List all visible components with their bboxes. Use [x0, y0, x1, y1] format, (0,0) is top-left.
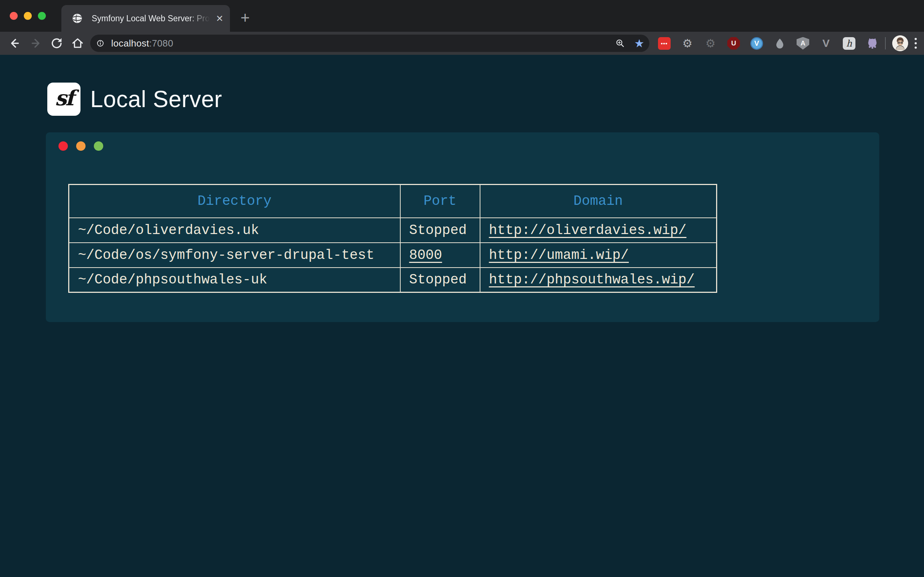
port-status: Stopped: [400, 268, 480, 292]
table-row: ~/Code/phpsouthwales-uk Stopped http://p…: [69, 268, 717, 292]
hypothesis-extension-icon[interactable]: h: [843, 37, 855, 50]
reload-icon: [48, 35, 65, 52]
page-title: Local Server: [90, 86, 222, 113]
domain-link[interactable]: http://umami.wip/: [489, 247, 629, 263]
table-row: ~/Code/oliverdavies.uk Stopped http://ol…: [69, 218, 717, 243]
window-zoom-button[interactable]: [38, 12, 46, 20]
reload-button[interactable]: [46, 33, 67, 54]
panel-traffic-dots: [58, 141, 103, 151]
directory-cell: ~/Code/oliverdavies.uk: [69, 218, 400, 243]
table-row: ~/Code/os/symfony-server-drupal-test 800…: [69, 243, 717, 268]
vimium-extension-icon[interactable]: V: [750, 37, 763, 50]
directory-cell: ~/Code/os/symfony-server-drupal-test: [69, 243, 400, 268]
panel-dot-orange-icon: [76, 141, 86, 151]
column-header-domain: Domain: [480, 185, 717, 218]
gear-extension-icon[interactable]: ⚙: [681, 37, 694, 50]
column-header-directory: Directory: [69, 185, 400, 218]
browser-toolbar: localhost:7080 ★ ••• ⚙ ⚙ U V A V h: [0, 32, 924, 55]
column-header-port: Port: [400, 185, 480, 218]
symfony-logo: sf: [47, 82, 81, 116]
forward-arrow-icon: [27, 35, 44, 52]
menu-dot: [914, 42, 917, 44]
back-arrow-icon: [6, 35, 23, 52]
gear-dim-extension-icon[interactable]: ⚙: [704, 37, 717, 50]
chrome-menu-button[interactable]: [914, 38, 917, 49]
panel-dot-red-icon: [58, 141, 68, 151]
home-button[interactable]: [67, 33, 88, 54]
symfony-logo-glyph: sf: [55, 86, 73, 113]
directory-cell: ~/Code/phpsouthwales-uk: [69, 268, 400, 292]
tab-strip: Symfony Local Web Server: Prox ✕ +: [0, 0, 924, 32]
window-close-button[interactable]: [10, 12, 18, 20]
site-info-icon[interactable]: [95, 37, 106, 49]
profile-avatar[interactable]: [892, 35, 908, 51]
new-tab-button[interactable]: +: [235, 9, 255, 28]
address-bar[interactable]: localhost:7080 ★: [90, 35, 649, 52]
ublock-origin-extension-icon[interactable]: U: [727, 37, 740, 50]
github-octocat-extension-icon[interactable]: [866, 37, 879, 50]
port-status: Stopped: [400, 218, 480, 243]
menu-dot: [914, 47, 917, 49]
url-port: :7080: [149, 38, 173, 49]
menu-dot: [914, 38, 917, 40]
brand-header: sf Local Server: [47, 82, 222, 116]
server-panel: Directory Port Domain ~/Code/oliverdavie…: [46, 132, 879, 322]
toolbar-separator: [885, 37, 886, 49]
browser-tab[interactable]: Symfony Local Web Server: Prox ✕: [61, 5, 230, 32]
panel-dot-green-icon: [94, 141, 103, 151]
domain-link[interactable]: http://oliverdavies.wip/: [489, 222, 687, 238]
avatar-illustration: [892, 35, 908, 51]
page-content: sf Local Server Directory Port Domain: [0, 55, 924, 577]
password-manager-extension-icon[interactable]: •••: [658, 37, 670, 50]
browser-window: Symfony Local Web Server: Prox ✕ +: [0, 0, 924, 577]
shield-a-extension-icon[interactable]: A: [796, 37, 809, 50]
window-minimize-button[interactable]: [24, 12, 32, 20]
extension-bar: ••• ⚙ ⚙ U V A V h: [658, 37, 879, 50]
tab-title: Symfony Local Web Server: Prox: [92, 14, 214, 23]
url-text: localhost:7080: [111, 38, 173, 49]
window-controls: [10, 12, 46, 20]
vue-devtools-extension-icon[interactable]: V: [820, 37, 832, 50]
drupal-extension-icon[interactable]: [774, 37, 786, 50]
domain-link[interactable]: http://phpsouthwales.wip/: [489, 272, 695, 287]
tab-close-icon[interactable]: ✕: [216, 13, 223, 24]
port-link[interactable]: 8000: [409, 247, 442, 263]
globe-favicon-icon: [71, 12, 84, 25]
bookmark-star-icon[interactable]: ★: [634, 38, 644, 49]
url-host: localhost: [111, 38, 149, 49]
zoom-level-icon[interactable]: [614, 37, 626, 49]
forward-button[interactable]: [25, 33, 46, 54]
servers-table: Directory Port Domain ~/Code/oliverdavie…: [68, 184, 717, 293]
back-button[interactable]: [4, 33, 25, 54]
home-icon: [69, 35, 86, 52]
table-header-row: Directory Port Domain: [69, 185, 717, 218]
